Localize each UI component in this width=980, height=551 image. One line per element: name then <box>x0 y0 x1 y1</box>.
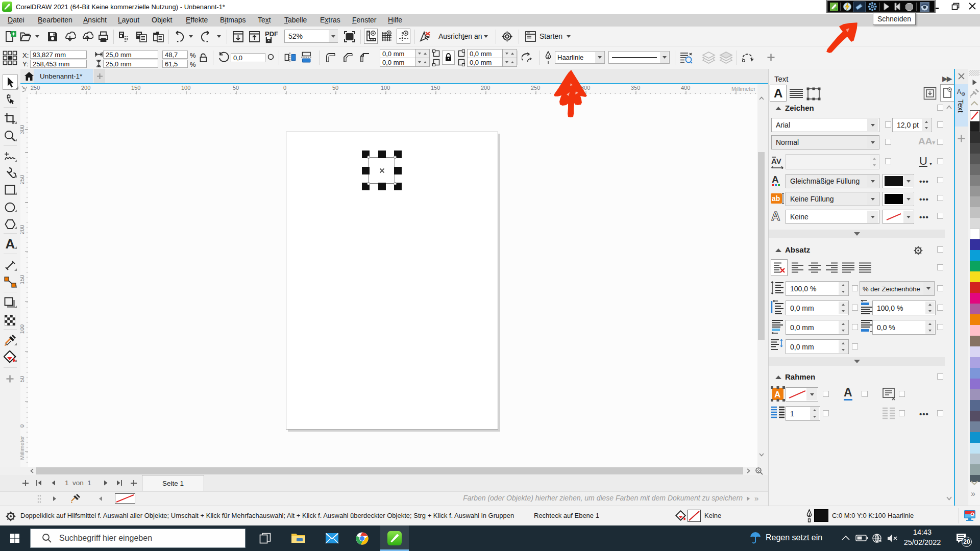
svg-text:ab: ab <box>772 194 780 203</box>
svg-text:AV: AV <box>771 157 781 165</box>
svg-text:A: A <box>774 390 780 399</box>
svg-text:A: A <box>771 209 780 223</box>
svg-text:A: A <box>772 174 779 185</box>
